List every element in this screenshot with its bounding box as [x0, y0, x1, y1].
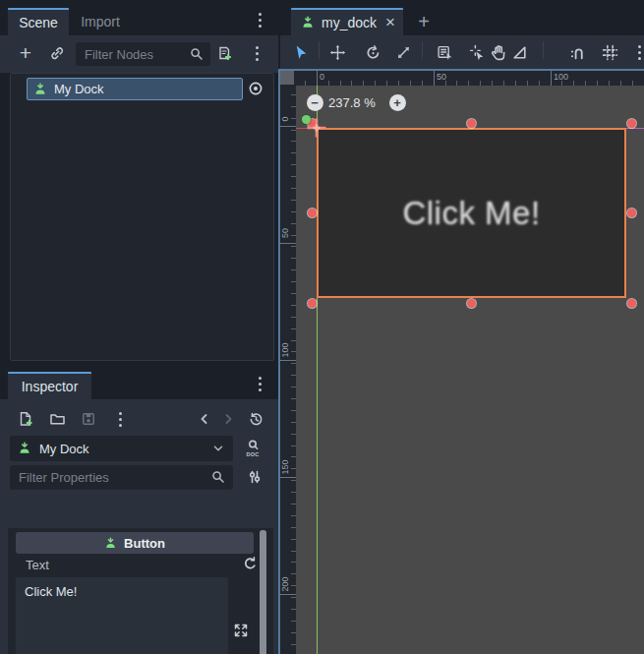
ruler-left-label-150: 150 — [280, 458, 290, 476]
canvas-toolbar-menu-icon[interactable] — [628, 41, 644, 63]
list-select-button[interactable] — [434, 41, 455, 63]
canvas-button-text: Click Me! — [402, 195, 540, 232]
zoom-level-label[interactable]: 237.8 % — [328, 95, 376, 110]
inspector-extra-menu-icon[interactable] — [109, 408, 131, 430]
grid-snap-button[interactable] — [599, 41, 620, 63]
zoom-in-button[interactable]: + — [389, 94, 406, 111]
section-title: Button — [124, 536, 165, 551]
move-mode-button[interactable] — [326, 41, 348, 63]
scale-mode-button[interactable] — [392, 41, 414, 63]
plus-icon: + — [20, 41, 31, 65]
filter-nodes-field[interactable] — [76, 42, 210, 66]
tab-inspector-label: Inspector — [22, 379, 79, 394]
viewport-bounds-line — [626, 128, 644, 129]
ruler-tool-button[interactable] — [508, 41, 530, 63]
pivot-icon — [469, 44, 486, 61]
selection-handle-ml[interactable] — [308, 208, 317, 217]
inspector-dock: Inspector — [0, 366, 278, 654]
ruler-corner — [280, 71, 294, 85]
doc-search-icon: DOC — [245, 440, 261, 457]
property-name: Text — [26, 558, 49, 572]
save-icon — [81, 411, 96, 427]
history-forward-button[interactable] — [217, 408, 239, 430]
selection-handle-bm[interactable] — [467, 299, 476, 308]
chevron-left-icon — [197, 411, 212, 427]
new-resource-button[interactable] — [15, 408, 36, 430]
minus-icon: − — [311, 96, 319, 109]
history-button[interactable] — [245, 408, 266, 430]
viewport-area: 0 50 100 0 50 100 150 200 Click M — [278, 69, 644, 654]
list-select-icon — [437, 44, 453, 61]
tab-import[interactable]: Import — [69, 8, 132, 35]
filter-properties-field[interactable] — [10, 465, 233, 490]
grid-snap-icon — [602, 44, 618, 61]
save-button[interactable] — [78, 408, 99, 430]
move-icon — [329, 44, 346, 61]
ruler-triangle-icon — [511, 44, 528, 61]
pan-tool-button[interactable] — [488, 41, 509, 63]
doc-icon-label: DOC — [246, 451, 259, 457]
link-icon — [49, 45, 65, 61]
selection-handle-br[interactable] — [627, 299, 636, 308]
tune-sliders-icon — [247, 469, 263, 485]
chevron-down-icon — [211, 442, 225, 455]
new-tab-button[interactable]: + — [414, 10, 434, 33]
inspector-scrollbar[interactable] — [260, 530, 266, 654]
tab-scene[interactable]: Scene — [8, 8, 69, 35]
selection-handle-tr[interactable] — [627, 119, 636, 128]
rotate-icon — [365, 44, 381, 61]
load-resource-button[interactable] — [46, 408, 68, 430]
scale-icon — [395, 44, 412, 61]
ruler-left: 0 50 100 150 200 — [280, 86, 296, 654]
tab-my-dock[interactable]: my_dock × — [291, 8, 403, 35]
search-icon — [189, 46, 205, 62]
inspector-dock-menu-icon[interactable] — [259, 377, 262, 391]
pivot-tool-button[interactable] — [466, 41, 488, 63]
edit-filters-button[interactable] — [244, 466, 265, 488]
inspector-body: My Dock DOC — [0, 399, 278, 654]
selection-handle-bl[interactable] — [308, 299, 317, 308]
open-docs-button[interactable]: DOC — [242, 435, 263, 462]
canvas-button-node[interactable]: Click Me! — [317, 128, 626, 298]
attach-script-button[interactable] — [213, 42, 235, 64]
scene-dock-menu-icon[interactable] — [259, 13, 262, 28]
ruler-top-label-100: 100 — [554, 72, 568, 82]
tab-scene-label: Scene — [19, 15, 58, 30]
visibility-eye-icon[interactable] — [247, 81, 264, 96]
script-add-icon — [216, 45, 232, 61]
button-node-icon — [104, 537, 117, 550]
select-mode-button[interactable] — [290, 41, 312, 63]
ruler-left-label-0: 0 — [280, 110, 290, 128]
text-property-value[interactable]: Click Me! — [16, 577, 228, 654]
expand-icon[interactable] — [233, 623, 249, 638]
tab-import-label: Import — [81, 14, 120, 30]
scene-toolbar: + — [0, 35, 278, 73]
section-header-button[interactable]: Button — [16, 532, 254, 554]
selection-handle-mr[interactable] — [627, 208, 636, 217]
zoom-out-button[interactable]: − — [307, 94, 323, 111]
node-selector-dropdown[interactable]: My Dock — [10, 436, 233, 461]
magnet-snap-icon — [569, 44, 586, 61]
cursor-select-icon — [293, 44, 310, 61]
scene-toolbar-menu-icon[interactable] — [246, 42, 267, 64]
instance-scene-button[interactable] — [46, 42, 68, 64]
filter-properties-input[interactable] — [10, 465, 233, 490]
scene-dock: Scene Import + — [0, 0, 278, 366]
tree-row-my-dock[interactable]: My Dock — [27, 78, 243, 100]
rotate-mode-button[interactable] — [362, 41, 383, 63]
ruler-left-label-200: 200 — [280, 575, 290, 593]
canvas[interactable]: Click Me! − 237.8 % — [296, 86, 644, 654]
close-icon[interactable]: × — [385, 13, 395, 32]
selection-handle-tm[interactable] — [467, 119, 476, 128]
tab-inspector[interactable]: Inspector — [8, 372, 91, 399]
history-back-button[interactable] — [194, 408, 215, 430]
history-icon — [248, 411, 264, 428]
button-node-icon — [301, 16, 315, 30]
ruler-top: 0 50 100 — [296, 71, 644, 86]
scene-tree-panel[interactable]: My Dock — [10, 73, 274, 361]
revert-icon[interactable] — [242, 556, 259, 572]
add-node-button[interactable]: + — [15, 42, 36, 64]
chevron-right-icon — [220, 411, 236, 427]
smart-snap-button[interactable] — [566, 41, 588, 63]
ruler-top-label-0: 0 — [320, 72, 324, 82]
